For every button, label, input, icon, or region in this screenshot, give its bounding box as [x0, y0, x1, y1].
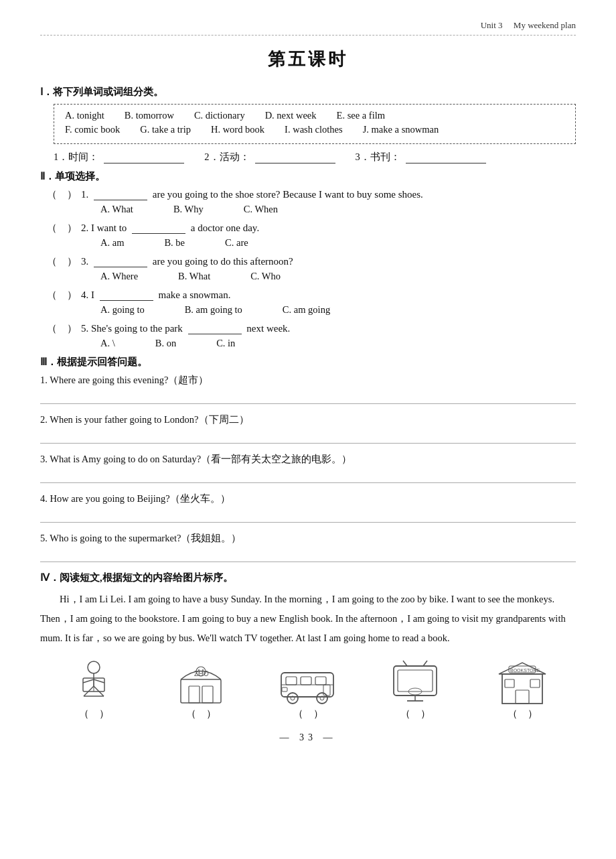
pic-2: ZOO （ ）: [167, 657, 234, 720]
mc-q1-optB: B. Why: [173, 204, 204, 215]
mc-bracket-4: （ ）: [47, 289, 77, 302]
mc-q3-optB: B. What: [178, 271, 210, 282]
pic-bookstore-icon: BOOKSTORE: [492, 657, 552, 708]
mc-q2-optB: B. be: [164, 237, 185, 249]
mc-q4-optB: B. am going to: [185, 304, 242, 316]
mc-bracket-5: （ ）: [47, 322, 77, 335]
pic-5-bracket: （ ）: [508, 708, 538, 720]
word-i: I. wash clothes: [285, 124, 343, 135]
section2-title: Ⅱ．单项选择。: [40, 170, 576, 183]
mc-q2: （ ） 2. I want to a doctor one day. A. am…: [47, 222, 576, 249]
word-box: A. tonight B. tomorrow C. dictionary D. …: [54, 104, 576, 144]
mc-q5-options: A. \ B. on C. in: [100, 338, 576, 349]
pic-5: BOOKSTORE （ ）: [489, 657, 556, 720]
pictures-row: （ ） ZOO: [40, 657, 576, 720]
mc-q2-optC: C. are: [225, 237, 248, 249]
answer-line-2: [40, 429, 576, 444]
main-title: 第五课时: [40, 48, 576, 71]
section4: Ⅳ．阅读短文,根据短文的内容给图片标序。 Hi，I am Li Lei. I a…: [40, 572, 576, 720]
section1-title: Ⅰ．将下列单词或词组分类。: [40, 86, 576, 98]
pic-reading-icon: [64, 657, 124, 708]
mc-bracket-3: （ ）: [47, 255, 77, 268]
word-b: B. tomorrow: [125, 110, 174, 121]
section3-title: Ⅲ．根据提示回答问题。: [40, 356, 576, 369]
mc-q1-text: 1. are you going to the shoe store? Beca…: [81, 188, 423, 200]
svg-rect-37: [505, 679, 514, 687]
section3: Ⅲ．根据提示回答问题。 1. Where are going this even…: [40, 356, 576, 562]
word-d: D. next week: [265, 110, 317, 121]
mc-q2-row: （ ） 2. I want to a doctor one day.: [47, 222, 576, 235]
section3-q4: 4. How are you going to Beijing?（坐火车。）: [40, 492, 576, 505]
svg-point-15: [202, 669, 204, 671]
mc-q4-options: A. going to B. am going to C. am going: [100, 304, 576, 316]
mc-q5-text: 5. She's going to the park next week.: [81, 322, 290, 334]
svg-line-5: [94, 679, 104, 683]
mc-q1-options: A. What B. Why C. When: [100, 204, 576, 215]
mc-q2-optA: A. am: [100, 237, 124, 249]
pic-tv-icon: [385, 657, 445, 708]
pic-2-bracket: （ ）: [186, 708, 216, 720]
mc-q4-optC: C. am going: [283, 304, 330, 316]
svg-rect-19: [315, 677, 326, 685]
mc-q5-optC: C. in: [216, 338, 235, 349]
mc-bracket-2: （ ）: [47, 222, 77, 235]
svg-point-21: [287, 693, 298, 704]
mc-q1-optC: C. When: [244, 204, 278, 215]
classify-activity: 2．活动：: [204, 151, 335, 163]
section3-q1: 1. Where are going this evening?（超市）: [40, 374, 576, 387]
word-g: G. take a trip: [140, 124, 191, 135]
passage: Hi，I am Li Lei. I am going to have a bus…: [40, 590, 576, 648]
pic-zoo-icon: ZOO: [171, 657, 231, 708]
svg-text:BOOKSTORE: BOOKSTORE: [510, 668, 540, 673]
svg-rect-26: [282, 687, 287, 691]
mc-q4: （ ） 4. I make a snowman. A. going to B. …: [47, 289, 576, 316]
mc-bracket-1: （ ）: [47, 188, 77, 201]
svg-rect-38: [530, 679, 540, 687]
svg-rect-10: [189, 686, 200, 703]
section2: Ⅱ．单项选择。 （ ） 1. are you going to the shoe…: [40, 170, 576, 349]
pic-3-bracket: （ ）: [293, 708, 323, 720]
mc-q2-text: 2. I want to a doctor one day.: [81, 222, 259, 234]
header: Unit 3 My weekend plan: [40, 20, 576, 36]
mc-q4-optA: A. going to: [100, 304, 145, 316]
answer-line-3: [40, 468, 576, 483]
word-row-2: F. comic book G. take a trip H. word boo…: [65, 124, 564, 135]
word-e: E. see a film: [337, 110, 385, 121]
svg-rect-18: [301, 677, 311, 685]
pic-3: （ ）: [275, 657, 341, 720]
pic-1: （ ）: [60, 657, 127, 720]
mc-q3-options: A. Where B. What C. Who: [100, 271, 576, 282]
word-a: A. tonight: [65, 110, 104, 121]
mc-q1-row: （ ） 1. are you going to the shoe store? …: [47, 188, 576, 201]
mc-q4-row: （ ） 4. I make a snowman.: [47, 289, 576, 302]
answer-line-4: [40, 508, 576, 523]
mc-q5-optB: B. on: [155, 338, 176, 349]
title-label: My weekend plan: [514, 20, 576, 30]
svg-point-22: [317, 693, 327, 704]
mc-q3-text: 3. are you going to do this afternoon?: [81, 255, 293, 267]
svg-line-4: [83, 679, 94, 683]
classify-books: 3．书刊：: [356, 151, 486, 163]
pic-4-bracket: （ ）: [400, 708, 431, 720]
svg-point-14: [198, 669, 200, 671]
classify-time: 1．时间：: [54, 151, 184, 163]
svg-point-0: [88, 661, 100, 673]
mc-q3-optC: C. Who: [250, 271, 281, 282]
mc-q3-optA: A. Where: [100, 271, 138, 282]
section4-title: Ⅳ．阅读短文,根据短文的内容给图片标序。: [40, 572, 576, 584]
mc-q2-options: A. am B. be C. are: [100, 237, 576, 249]
unit-label: Unit 3: [481, 20, 503, 30]
svg-line-29: [403, 661, 407, 666]
svg-rect-11: [202, 686, 213, 703]
pic-4: （ ）: [382, 657, 449, 720]
mc-q3-row: （ ） 3. are you going to do this afternoo…: [47, 255, 576, 268]
page-number: — 33 —: [40, 732, 576, 743]
pic-1-bracket: （ ）: [79, 708, 109, 720]
mc-q5: （ ） 5. She's going to the park next week…: [47, 322, 576, 349]
word-row-1: A. tonight B. tomorrow C. dictionary D. …: [65, 110, 564, 121]
section3-q5: 5. Who is going to the supermarket?（我姐姐。…: [40, 532, 576, 545]
answer-line-5: [40, 547, 576, 562]
header-text: Unit 3 My weekend plan: [481, 20, 576, 31]
word-c: C. dictionary: [194, 110, 245, 121]
answer-line-1: [40, 389, 576, 404]
